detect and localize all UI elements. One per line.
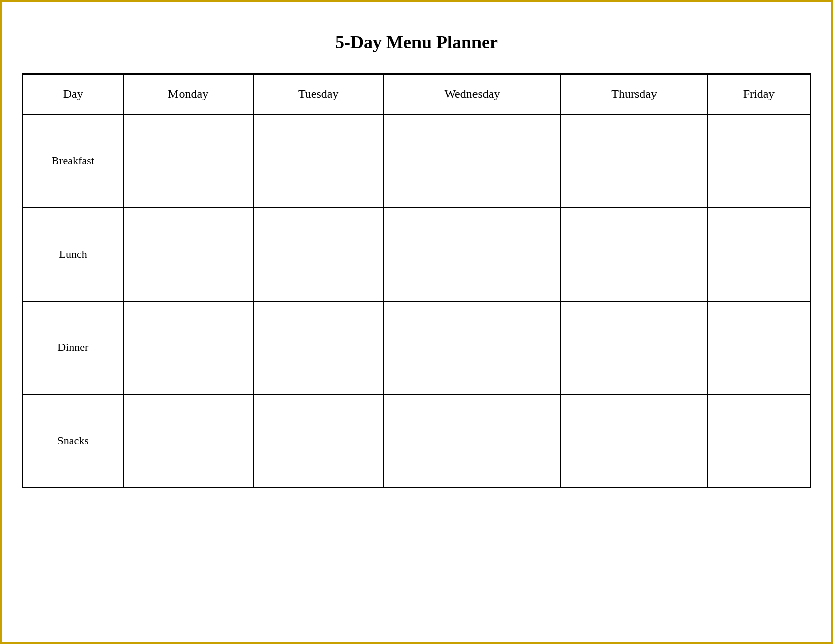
menu-planner-table: Day Monday Tuesday Wednesday Thursday Fr… bbox=[22, 73, 811, 488]
cell-breakfast-thursday[interactable] bbox=[561, 114, 707, 208]
header-day: Day bbox=[23, 74, 124, 114]
cell-snacks-wednesday[interactable] bbox=[384, 394, 561, 488]
row-breakfast: Breakfast bbox=[23, 114, 811, 208]
cell-breakfast-friday[interactable] bbox=[707, 114, 811, 208]
header-thursday: Thursday bbox=[561, 74, 707, 114]
header-monday: Monday bbox=[124, 74, 253, 114]
cell-dinner-monday[interactable] bbox=[124, 301, 253, 394]
label-lunch: Lunch bbox=[23, 208, 124, 301]
cell-lunch-wednesday[interactable] bbox=[384, 208, 561, 301]
cell-lunch-monday[interactable] bbox=[124, 208, 253, 301]
cell-snacks-monday[interactable] bbox=[124, 394, 253, 488]
page-title: 5-Day Menu Planner bbox=[335, 32, 498, 53]
header-tuesday: Tuesday bbox=[253, 74, 384, 114]
cell-snacks-tuesday[interactable] bbox=[253, 394, 384, 488]
cell-snacks-thursday[interactable] bbox=[561, 394, 707, 488]
cell-breakfast-monday[interactable] bbox=[124, 114, 253, 208]
cell-snacks-friday[interactable] bbox=[707, 394, 811, 488]
header-wednesday: Wednesday bbox=[384, 74, 561, 114]
cell-dinner-friday[interactable] bbox=[707, 301, 811, 394]
cell-lunch-thursday[interactable] bbox=[561, 208, 707, 301]
cell-breakfast-tuesday[interactable] bbox=[253, 114, 384, 208]
label-breakfast: Breakfast bbox=[23, 114, 124, 208]
cell-lunch-tuesday[interactable] bbox=[253, 208, 384, 301]
header-row: Day Monday Tuesday Wednesday Thursday Fr… bbox=[23, 74, 811, 114]
cell-dinner-tuesday[interactable] bbox=[253, 301, 384, 394]
cell-dinner-wednesday[interactable] bbox=[384, 301, 561, 394]
row-lunch: Lunch bbox=[23, 208, 811, 301]
row-dinner: Dinner bbox=[23, 301, 811, 394]
cell-dinner-thursday[interactable] bbox=[561, 301, 707, 394]
label-snacks: Snacks bbox=[23, 394, 124, 488]
row-snacks: Snacks bbox=[23, 394, 811, 488]
cell-breakfast-wednesday[interactable] bbox=[384, 114, 561, 208]
label-dinner: Dinner bbox=[23, 301, 124, 394]
header-friday: Friday bbox=[707, 74, 811, 114]
cell-lunch-friday[interactable] bbox=[707, 208, 811, 301]
